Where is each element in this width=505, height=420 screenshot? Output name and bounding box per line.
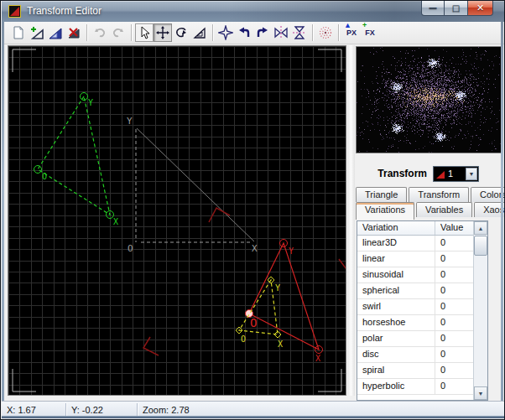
variation-value[interactable]: 0 bbox=[435, 347, 473, 362]
variation-value[interactable]: 0 bbox=[435, 236, 473, 251]
variation-value[interactable]: 0 bbox=[435, 363, 473, 378]
toolbar-separator bbox=[131, 24, 132, 41]
axis-diagonal-guide bbox=[137, 128, 254, 241]
column-header-value[interactable]: Value bbox=[435, 221, 473, 235]
variation-name: hyperbolic bbox=[357, 379, 435, 394]
variation-preview-button[interactable] bbox=[216, 23, 235, 42]
post-triangle-yellow bbox=[239, 280, 278, 334]
transform-triangle-icon bbox=[436, 171, 445, 179]
flip-horizontal-icon bbox=[273, 25, 289, 40]
rotate-left-button[interactable] bbox=[235, 23, 253, 42]
tab-transform[interactable]: Transform bbox=[409, 187, 469, 202]
undo-button[interactable] bbox=[91, 23, 109, 42]
maximize-button[interactable]: □ bbox=[445, 1, 467, 16]
remove-transform-icon bbox=[66, 25, 81, 40]
flip-vertical-button[interactable] bbox=[290, 23, 309, 42]
variation-row[interactable]: linear0 bbox=[357, 251, 487, 267]
variation-row[interactable]: spiral0 bbox=[357, 363, 487, 379]
variation-name: linear bbox=[357, 251, 435, 267]
close-button[interactable]: ✕ bbox=[467, 1, 493, 16]
combobox-dropdown-button[interactable]: ▼ bbox=[466, 168, 477, 180]
solo-transform-button[interactable] bbox=[316, 23, 335, 42]
scale-triangle-icon bbox=[193, 26, 206, 39]
post-transform-button[interactable]: ▲ PX bbox=[342, 23, 361, 42]
table-rows: linear3D0linear0sinusoidal0spherical0swi… bbox=[357, 236, 487, 395]
solo-dotted-icon bbox=[318, 25, 333, 40]
variation-value[interactable]: 0 bbox=[435, 283, 473, 298]
window-edge-left bbox=[2, 22, 4, 401]
variation-row[interactable]: linear3D0 bbox=[357, 236, 487, 251]
table-scrollbar[interactable]: ▲ ▼ bbox=[473, 221, 487, 400]
tab-row-2: VariationsVariablesXaos bbox=[356, 202, 505, 220]
tab-triangle[interactable]: Triangle bbox=[356, 187, 407, 202]
variation-value[interactable]: 0 bbox=[435, 251, 473, 267]
rotate-mode-button[interactable] bbox=[172, 23, 190, 42]
transform-triangle-green-vertex-label: X bbox=[113, 217, 118, 226]
corner-bracket bbox=[318, 49, 341, 72]
transform-triangle-green-vertex-label: O bbox=[42, 172, 47, 181]
new-page-icon bbox=[12, 26, 25, 39]
variation-row[interactable]: sinusoidal0 bbox=[357, 267, 487, 283]
axis-x-label: X bbox=[252, 243, 258, 254]
variation-row[interactable]: horseshoe0 bbox=[357, 315, 487, 331]
rotation-mark bbox=[143, 337, 159, 355]
scrollbar-thumb[interactable] bbox=[474, 236, 487, 256]
transform-triangle-green bbox=[38, 96, 110, 215]
variation-value[interactable]: 0 bbox=[435, 315, 473, 330]
undo-icon bbox=[93, 26, 107, 39]
edit-canvas[interactable]: YOXYOXYOXYOX bbox=[8, 45, 346, 396]
transform-triangle-green-vertex-handle[interactable] bbox=[34, 166, 42, 174]
variation-value[interactable]: 0 bbox=[435, 299, 473, 314]
titlebar[interactable]: Transform Editor — □ ✕ bbox=[2, 1, 505, 22]
select-mode-button[interactable] bbox=[135, 23, 154, 42]
new-flame-button[interactable] bbox=[9, 23, 28, 42]
tab-variables[interactable]: Variables bbox=[416, 202, 472, 217]
add-transform-button[interactable] bbox=[28, 23, 46, 42]
variation-value[interactable]: 0 bbox=[435, 331, 473, 346]
edit-canvas-svg[interactable]: YOXYOXYOXYOX bbox=[8, 46, 346, 395]
column-header-variation[interactable]: Variation bbox=[357, 221, 435, 235]
scroll-down-button[interactable]: ▼ bbox=[474, 386, 487, 400]
variation-row[interactable]: disc0 bbox=[357, 347, 487, 363]
variation-row[interactable]: hyperbolic0 bbox=[357, 379, 487, 395]
remove-transform-button[interactable] bbox=[65, 23, 83, 42]
final-transform-button[interactable]: + FX bbox=[361, 23, 379, 42]
variation-row[interactable]: polar0 bbox=[357, 331, 487, 347]
variation-name: spherical bbox=[357, 283, 435, 298]
fractal-preview-image bbox=[357, 47, 501, 153]
duplicate-transform-icon bbox=[48, 25, 63, 40]
variation-row[interactable]: swirl0 bbox=[357, 299, 487, 315]
window-title: Transform Editor bbox=[27, 5, 102, 17]
transform-combobox[interactable]: 1 ▼ bbox=[433, 166, 479, 182]
variation-value[interactable]: 0 bbox=[435, 267, 473, 283]
scale-mode-button[interactable] bbox=[190, 23, 209, 42]
redo-button[interactable] bbox=[109, 23, 128, 42]
transform-combobox-value: 1 bbox=[448, 169, 453, 179]
minimize-button[interactable]: — bbox=[421, 1, 445, 16]
transform-triangle-red-vertex-label: X bbox=[315, 354, 320, 363]
post-triangle-yellow-vertex-label: O bbox=[241, 334, 246, 344]
variation-value[interactable]: 0 bbox=[435, 379, 473, 394]
variation-row[interactable]: spherical0 bbox=[357, 283, 487, 299]
tab-variations[interactable]: Variations bbox=[356, 202, 414, 220]
axis-y-label: Y bbox=[127, 116, 133, 127]
corner-bracket bbox=[13, 369, 36, 391]
rotate-icon bbox=[174, 26, 188, 39]
duplicate-transform-button[interactable] bbox=[46, 23, 65, 42]
post-triangle-yellow-vertex-label: X bbox=[278, 340, 283, 349]
fractal-preview bbox=[356, 46, 502, 153]
final-transform-mark-icon: + bbox=[362, 22, 367, 29]
variation-name: polar bbox=[357, 331, 435, 346]
scroll-up-button[interactable]: ▲ bbox=[474, 221, 487, 235]
tab-colors[interactable]: Colors bbox=[471, 187, 505, 202]
move-mode-button[interactable] bbox=[154, 23, 172, 42]
rotate-right-button[interactable] bbox=[253, 23, 272, 42]
window-edge-right bbox=[501, 22, 503, 401]
panel-splitter[interactable] bbox=[347, 45, 355, 396]
window-edge-bottom bbox=[2, 416, 505, 418]
move-icon bbox=[156, 26, 169, 39]
transform-triangle-red bbox=[249, 243, 319, 350]
right-panel: Transform 1 ▼ TriangleTransformColors Va… bbox=[355, 45, 502, 401]
transform-label: Transform bbox=[377, 168, 427, 179]
flip-horizontal-button[interactable] bbox=[272, 23, 290, 42]
